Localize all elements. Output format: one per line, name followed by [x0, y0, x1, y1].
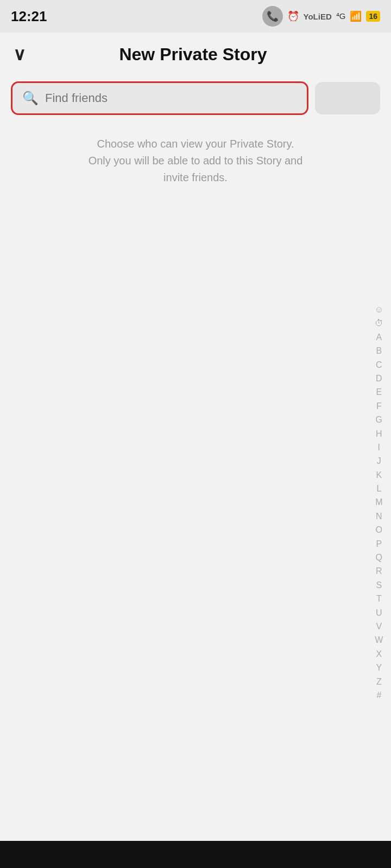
- status-bar: 12:21 📞 ⏰ YoLiED ⁴G 📶 16: [0, 0, 391, 33]
- alpha-item-y[interactable]: Y: [376, 662, 382, 674]
- battery-badge: 16: [366, 11, 380, 22]
- page-title: New Private Story: [34, 44, 352, 65]
- description-line2: Only you will be able to add to this Sto…: [89, 155, 303, 167]
- alpha-item-s[interactable]: S: [376, 579, 382, 591]
- alpha-item-j[interactable]: J: [377, 455, 381, 467]
- search-input[interactable]: [45, 91, 297, 105]
- search-area: 🔍: [0, 76, 391, 120]
- alpha-item-q[interactable]: Q: [376, 552, 382, 564]
- page-header: ∨ New Private Story: [0, 33, 391, 76]
- alpha-item-x[interactable]: X: [376, 648, 382, 660]
- alphabet-sidebar: ☺⏱ABCDEFGHIJKLMNOPQRSTUVWXYZ#: [375, 304, 383, 701]
- status-time: 12:21: [11, 8, 47, 25]
- alpha-item-k[interactable]: K: [376, 469, 382, 481]
- description-line3: invite friends.: [163, 171, 228, 183]
- signal-4g-icon: ⁴G: [336, 11, 346, 21]
- alpha-item-#[interactable]: #: [376, 690, 381, 701]
- alpha-item-u[interactable]: U: [376, 607, 382, 619]
- alpha-item-p[interactable]: P: [376, 538, 382, 550]
- alpha-item-f[interactable]: F: [376, 400, 382, 412]
- alpha-item-clock[interactable]: ⏱: [375, 317, 383, 329]
- alpha-item-a[interactable]: A: [376, 331, 382, 343]
- alpha-item-e[interactable]: E: [376, 386, 382, 398]
- search-action-button[interactable]: [315, 82, 380, 114]
- alpha-item-v[interactable]: V: [376, 621, 382, 633]
- alpha-item-w[interactable]: W: [375, 634, 383, 646]
- alarm-icon: ⏰: [287, 10, 299, 22]
- bottom-nav-bar: [0, 841, 391, 868]
- alpha-item-r[interactable]: R: [376, 565, 382, 577]
- search-icon: 🔍: [22, 91, 39, 106]
- status-icons: 📞 ⏰ YoLiED ⁴G 📶 16: [262, 6, 380, 27]
- alpha-item-d[interactable]: D: [376, 373, 382, 385]
- description-line1: Choose who can view your Private Story.: [97, 138, 294, 150]
- alpha-item-m[interactable]: M: [375, 496, 382, 508]
- alpha-item-o[interactable]: O: [376, 524, 382, 536]
- alpha-item-n[interactable]: N: [376, 510, 382, 522]
- alpha-item-h[interactable]: H: [376, 428, 382, 440]
- phone-icon: 📞: [262, 6, 283, 27]
- signal-bars-icon: 📶: [350, 10, 362, 22]
- alpha-item-b[interactable]: B: [376, 345, 382, 357]
- wifi-icon: YoLiED: [304, 12, 332, 21]
- main-content: 🔍 Choose who can view your Private Story…: [0, 76, 391, 673]
- alpha-item-c[interactable]: C: [376, 359, 382, 371]
- description-text: Choose who can view your Private Story. …: [0, 120, 391, 197]
- alpha-item-l[interactable]: L: [376, 483, 381, 495]
- alpha-item-g[interactable]: G: [376, 414, 382, 426]
- alpha-item-i[interactable]: I: [378, 442, 380, 454]
- alpha-item-z[interactable]: Z: [376, 676, 382, 688]
- search-box[interactable]: 🔍: [11, 81, 308, 115]
- alpha-item-t[interactable]: T: [376, 593, 382, 605]
- alpha-item-smiley[interactable]: ☺: [375, 304, 383, 316]
- back-button[interactable]: ∨: [13, 44, 26, 65]
